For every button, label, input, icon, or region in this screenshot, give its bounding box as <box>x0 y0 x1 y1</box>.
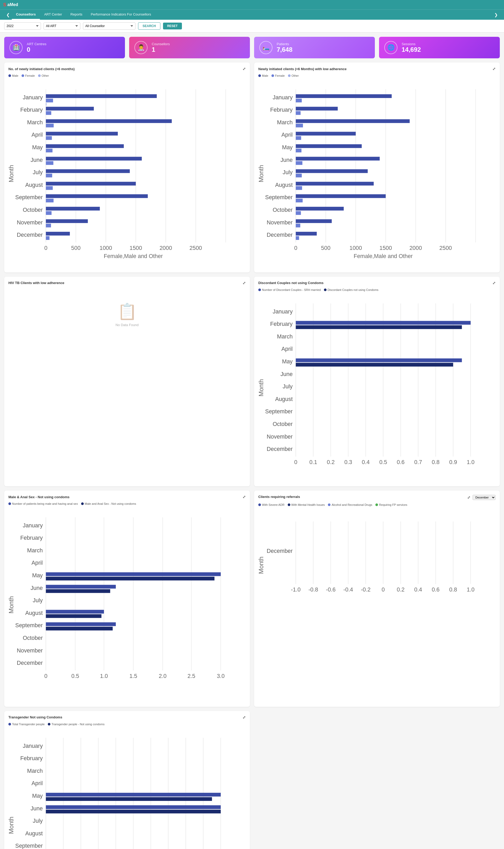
svg-text:2.0: 2.0 <box>159 673 167 679</box>
chart-svg-6: Month December -1.0 -0.8 -0.6 -0.4 -0.2 … <box>258 509 496 621</box>
patients-value: 7,648 <box>277 46 292 53</box>
svg-text:August: August <box>25 830 43 837</box>
svg-text:0.3: 0.3 <box>344 459 352 465</box>
chart-referrals: Clients requiring referrals ⤢ December J… <box>254 490 500 707</box>
chart-low-adherence: Newly initiated clients (<6 Months) with… <box>254 63 500 273</box>
header: S aMed <box>0 0 504 10</box>
svg-rect-172 <box>46 589 110 593</box>
sessions-value: 14,692 <box>402 46 421 53</box>
svg-rect-29 <box>46 103 47 106</box>
svg-text:Month: Month <box>258 165 265 183</box>
art-centre-info: ART Centres 0 <box>27 42 47 53</box>
nav-item-art-center[interactable]: ART Center <box>40 10 66 20</box>
svg-text:March: March <box>277 333 292 340</box>
svg-rect-82 <box>296 111 301 115</box>
nav-item-performance[interactable]: Performance Indicators For Counsellors <box>87 10 156 20</box>
stat-card-counsellors: 👨‍⚕️ Counsellors 1 <box>129 37 250 58</box>
svg-text:May: May <box>282 144 293 151</box>
search-button[interactable]: SEARCH <box>138 22 160 30</box>
svg-text:September: September <box>265 408 293 415</box>
navbar: ❮ Counsellors ART Center Reports Perform… <box>0 10 504 20</box>
svg-text:September: September <box>265 194 293 201</box>
svg-text:September: September <box>15 623 43 629</box>
svg-rect-84 <box>296 124 303 127</box>
svg-rect-96 <box>296 198 303 202</box>
svg-text:May: May <box>32 144 43 151</box>
svg-text:February: February <box>270 107 293 113</box>
svg-rect-94 <box>296 186 302 190</box>
counsellor-filter[interactable]: All Counsellor <box>83 22 136 30</box>
svg-text:0.5: 0.5 <box>379 459 387 465</box>
legend-fp: Requiring FP services <box>375 503 407 506</box>
stat-card-sessions: 🌐 Sessions 14,692 <box>379 37 500 58</box>
legend-male-anal: Number of patients being male and having… <box>8 502 246 505</box>
legend-other: Other <box>38 74 49 77</box>
svg-text:March: March <box>27 119 42 126</box>
svg-rect-48 <box>46 219 88 223</box>
nav-item-counsellors[interactable]: Counsellors <box>12 10 40 20</box>
svg-text:0.8: 0.8 <box>449 587 457 593</box>
svg-rect-46 <box>46 207 100 210</box>
chart-low-adherence-title: Newly initiated clients (<6 Months) with… <box>258 67 496 71</box>
expand-icon-2[interactable]: ⤢ <box>492 67 496 71</box>
svg-text:August: August <box>25 182 43 188</box>
month-filter-select[interactable]: December January February March April Ma… <box>472 495 496 500</box>
svg-text:0: 0 <box>382 587 385 593</box>
nav-item-reports[interactable]: Reports <box>66 10 87 20</box>
counsellors-value: 1 <box>152 46 170 53</box>
expand-icon-3[interactable]: ⤢ <box>242 281 246 285</box>
expand-icon-4[interactable]: ⤢ <box>492 281 496 285</box>
svg-text:0.8: 0.8 <box>432 459 440 465</box>
svg-text:0.9: 0.9 <box>449 459 457 465</box>
svg-text:June: June <box>31 585 42 591</box>
svg-text:0.1: 0.1 <box>309 459 317 465</box>
svg-rect-99 <box>296 219 332 223</box>
no-data-illustration: 📋 <box>117 302 137 321</box>
svg-rect-236 <box>46 793 221 796</box>
svg-text:1000: 1000 <box>349 245 362 251</box>
svg-text:Month: Month <box>258 379 265 396</box>
chart-male-anal: Male & Anal Sex - Not using condoms ⤢ Nu… <box>4 490 250 707</box>
nav-prev-arrow[interactable]: ❮ <box>4 10 12 19</box>
reset-button[interactable]: RESET <box>163 22 182 30</box>
svg-rect-38 <box>46 157 142 160</box>
svg-rect-83 <box>296 119 410 123</box>
expand-icon-6[interactable]: ⤢ <box>467 495 470 500</box>
expand-icon-5[interactable]: ⤢ <box>242 495 246 499</box>
svg-text:1000: 1000 <box>100 245 112 251</box>
legend-not-using-condoms: Discordant Couples not using Condoms <box>324 288 379 291</box>
expand-icon-1[interactable]: ⤢ <box>242 67 246 71</box>
svg-text:January: January <box>273 308 293 314</box>
nav-next-arrow[interactable]: ❯ <box>492 10 500 19</box>
chart-hiv-tb: HIV TB Clients with low adherence ⤢ 📋 No… <box>4 277 250 487</box>
svg-text:1.0: 1.0 <box>467 459 474 465</box>
expand-icon-7[interactable]: ⤢ <box>242 715 246 720</box>
svg-rect-97 <box>296 207 344 210</box>
svg-text:0: 0 <box>44 245 48 251</box>
art-filter[interactable]: All ART <box>43 22 80 30</box>
svg-text:Month: Month <box>8 817 15 834</box>
svg-rect-30 <box>46 107 94 110</box>
svg-rect-87 <box>296 144 362 148</box>
logo-icon: S <box>3 2 6 7</box>
svg-rect-102 <box>296 236 299 240</box>
chart-svg-5: Month January February March April May J… <box>8 508 246 701</box>
svg-text:November: November <box>17 220 43 226</box>
svg-rect-50 <box>46 232 70 236</box>
svg-rect-51 <box>46 236 50 240</box>
stat-card-art-centres: 🏥 ART Centres 0 <box>4 37 125 58</box>
svg-text:0: 0 <box>294 459 298 465</box>
svg-rect-28 <box>46 99 53 102</box>
chart-hiv-tb-title: HIV TB Clients with low adherence ⤢ <box>8 281 246 285</box>
svg-text:December: December <box>17 232 43 238</box>
filters-bar: 2022 2021 2020 All ART All Counsellor SE… <box>0 20 504 33</box>
legend-trans-total: Total Transgender people <box>8 723 44 726</box>
year-filter[interactable]: 2022 2021 2020 <box>4 22 41 30</box>
svg-rect-170 <box>46 577 214 581</box>
patients-label: Patients <box>277 42 292 46</box>
legend-other-2: Other <box>288 74 299 77</box>
svg-rect-171 <box>46 585 116 589</box>
svg-rect-141 <box>296 363 453 366</box>
chart-svg-1: Month January February March April May J… <box>8 80 246 267</box>
svg-text:December: December <box>267 446 293 452</box>
